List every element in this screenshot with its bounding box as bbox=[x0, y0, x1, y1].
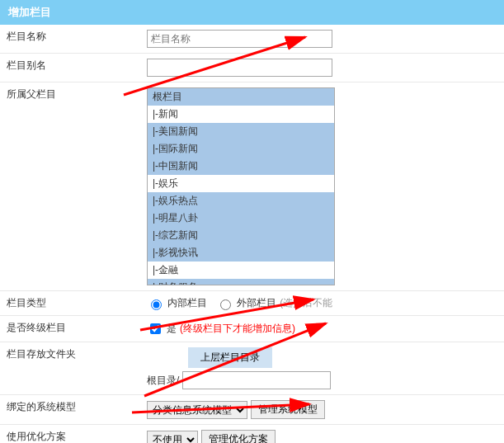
label-optimize: 使用优化方案 bbox=[0, 425, 140, 444]
final-checkbox[interactable] bbox=[150, 323, 161, 334]
list-item[interactable]: |-金融 bbox=[148, 262, 334, 279]
label-model: 绑定的系统模型 bbox=[0, 395, 140, 425]
label-final: 是否终级栏目 bbox=[0, 316, 140, 342]
list-item[interactable]: |-国际新闻 bbox=[148, 140, 334, 158]
list-item[interactable]: |-明星八卦 bbox=[148, 210, 334, 227]
label-name: 栏目名称 bbox=[0, 25, 140, 54]
type-internal-radio[interactable] bbox=[151, 299, 162, 310]
list-item[interactable]: |-影视快讯 bbox=[148, 244, 334, 262]
name-input[interactable] bbox=[147, 30, 332, 48]
alias-input[interactable] bbox=[147, 59, 332, 77]
label-folder: 栏目存放文件夹 bbox=[0, 342, 140, 395]
type-external-radio[interactable] bbox=[220, 299, 231, 310]
list-item[interactable]: |-中国新闻 bbox=[148, 158, 334, 175]
final-yes: 是 bbox=[167, 322, 177, 336]
list-item[interactable]: |-综艺新闻 bbox=[148, 227, 334, 244]
optimize-select[interactable]: 不使用 bbox=[147, 431, 198, 444]
folder-parent-dir-button[interactable]: 上层栏目目录 bbox=[188, 347, 272, 368]
page-title: 增加栏目 bbox=[0, 0, 504, 25]
parent-listbox[interactable]: 根栏目|-新闻 |-美国新闻 |-国际新闻 |-中国新闻|-娱乐 |-娱乐热点 … bbox=[147, 87, 335, 285]
type-external-label: 外部栏目 bbox=[237, 296, 276, 310]
list-item[interactable]: |-娱乐 bbox=[148, 175, 334, 192]
final-hint: (终级栏目下才能增加信息) bbox=[180, 322, 295, 336]
list-item[interactable]: |-娱乐热点 bbox=[148, 192, 334, 210]
folder-prefix: 根目录/ bbox=[147, 374, 179, 388]
label-parent: 所属父栏目 bbox=[0, 82, 140, 291]
label-alias: 栏目别名 bbox=[0, 54, 140, 82]
folder-input[interactable] bbox=[182, 371, 331, 389]
manage-optimize-button[interactable]: 管理优化方案 bbox=[201, 430, 276, 443]
list-item[interactable]: |-财务服务 bbox=[148, 279, 334, 285]
label-type: 栏目类型 bbox=[0, 291, 140, 316]
list-item[interactable]: |-新闻 bbox=[148, 106, 334, 123]
type-internal-label: 内部栏目 bbox=[167, 296, 207, 310]
list-item[interactable]: 根栏目 bbox=[148, 88, 334, 106]
list-item[interactable]: |-美国新闻 bbox=[148, 123, 334, 140]
manage-model-button[interactable]: 管理系统模型 bbox=[251, 400, 325, 419]
form-table: 栏目名称 栏目别名 所属父栏目 根栏目|-新闻 |-美国新闻 |-国际新闻 |-… bbox=[0, 25, 504, 443]
model-select[interactable]: 分类信息系统模型 bbox=[147, 401, 247, 419]
type-hint: (选择后不能 bbox=[280, 296, 332, 310]
